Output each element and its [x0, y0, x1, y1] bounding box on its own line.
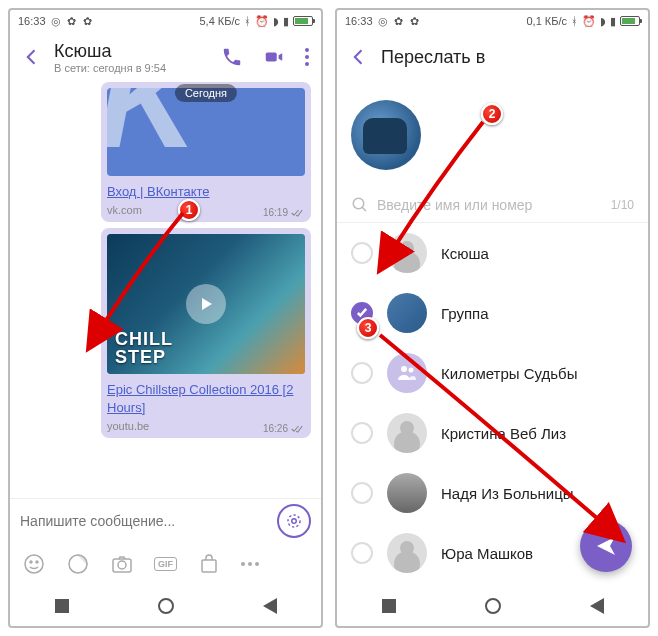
android-nav-bar [10, 586, 321, 626]
back-button[interactable] [263, 598, 277, 614]
svg-rect-9 [202, 560, 216, 572]
status-icon: ✿ [409, 15, 421, 27]
message-time: 16:26 [263, 423, 288, 434]
call-icon[interactable] [221, 46, 243, 68]
video-call-icon[interactable] [263, 46, 285, 68]
last-seen: В сети: сегодня в 9:54 [54, 62, 209, 74]
messages-area[interactable]: K Сегодня Вход | ВКонтакте vk.com 16:19 … [10, 82, 321, 498]
voice-message-button[interactable] [277, 504, 311, 538]
svg-point-1 [292, 518, 297, 523]
status-time: 16:33 [18, 15, 46, 27]
search-icon [351, 196, 369, 214]
sticker-icon[interactable] [66, 552, 90, 576]
contact-row[interactable]: Группа [337, 283, 648, 343]
android-nav-bar [337, 586, 648, 626]
contact-name-label: Надя Из Больницы [441, 485, 574, 502]
avatar [387, 233, 427, 273]
message-input-bar [10, 498, 321, 542]
battery-icon [620, 16, 640, 26]
status-time: 16:33 [345, 15, 373, 27]
message-input[interactable] [20, 513, 269, 529]
home-button[interactable] [485, 598, 501, 614]
contact-name[interactable]: Ксюша [54, 41, 209, 62]
contact-name-label: Километры Судьбы [441, 365, 577, 382]
bluetooth-icon: ᚼ [244, 15, 251, 27]
signal-icon: ▮ [283, 15, 289, 28]
alarm-icon: ⏰ [582, 15, 596, 28]
status-icon: ◎ [377, 15, 389, 27]
net-speed: 5,4 КБ/с [199, 15, 240, 27]
back-icon[interactable] [22, 47, 42, 67]
svg-rect-0 [266, 52, 277, 61]
wifi-icon: ◗ [273, 15, 279, 28]
message-bubble[interactable]: K Сегодня Вход | ВКонтакте vk.com 16:19 [101, 82, 311, 222]
status-bar: 16:33 ◎ ✿ ✿ 5,4 КБ/с ᚼ ⏰ ◗ ▮ [10, 10, 321, 32]
selection-count: 1/10 [611, 198, 634, 212]
read-check-icon [291, 424, 303, 434]
contact-row[interactable]: Надя Из Больницы [337, 463, 648, 523]
selected-preview-avatar[interactable] [351, 100, 421, 170]
contact-row[interactable]: Километры Судьбы [337, 343, 648, 403]
contact-name-label: Группа [441, 305, 489, 322]
read-check-icon [291, 208, 303, 218]
camera-icon[interactable] [110, 552, 134, 576]
svg-point-2 [288, 515, 300, 527]
play-icon[interactable] [186, 284, 226, 324]
chat-screen: 16:33 ◎ ✿ ✿ 5,4 КБ/с ᚼ ⏰ ◗ ▮ Ксюша В сет… [8, 8, 323, 628]
contact-checkbox[interactable] [351, 422, 373, 444]
avatar [387, 413, 427, 453]
message-link[interactable]: Epic Chillstep Collection 2016 [2 Hours] [107, 382, 293, 415]
bluetooth-icon: ᚼ [571, 15, 578, 27]
message-bubble[interactable]: CHILL STEP Epic Chillstep Collection 201… [101, 228, 311, 438]
search-placeholder: Введите имя или номер [377, 197, 532, 213]
svg-point-10 [353, 198, 364, 209]
annotation-marker: 2 [481, 103, 503, 125]
gif-button[interactable]: GIF [154, 557, 177, 571]
svg-point-11 [401, 366, 407, 372]
wifi-icon: ◗ [600, 15, 606, 28]
avatar [387, 533, 427, 573]
avatar [387, 473, 427, 513]
message-link[interactable]: Вход | ВКонтакте [107, 184, 210, 199]
back-button[interactable] [590, 598, 604, 614]
status-icon: ✿ [393, 15, 405, 27]
net-speed: 0,1 КБ/с [526, 15, 567, 27]
recents-button[interactable] [382, 599, 396, 613]
contact-checkbox[interactable] [351, 242, 373, 264]
avatar [387, 293, 427, 333]
svg-point-3 [25, 555, 43, 573]
forward-header: Переслать в [337, 32, 648, 82]
svg-point-8 [118, 561, 126, 569]
alarm-icon: ⏰ [255, 15, 269, 28]
video-preview[interactable]: CHILL STEP [107, 234, 305, 374]
status-bar: 16:33 ◎ ✿ ✿ 0,1 КБ/с ᚼ ⏰ ◗ ▮ [337, 10, 648, 32]
contact-checkbox[interactable] [351, 542, 373, 564]
status-icon: ◎ [50, 15, 62, 27]
contact-checkbox[interactable] [351, 482, 373, 504]
recents-button[interactable] [55, 599, 69, 613]
svg-point-4 [30, 561, 32, 563]
avatar [387, 353, 427, 393]
contact-checkbox[interactable] [351, 362, 373, 384]
forward-screen: 16:33 ◎ ✿ ✿ 0,1 КБ/с ᚼ ⏰ ◗ ▮ Переслать в… [335, 8, 650, 628]
contact-name-label: Юра Машков [441, 545, 533, 562]
contact-row[interactable]: Ксюша [337, 223, 648, 283]
home-button[interactable] [158, 598, 174, 614]
page-title: Переслать в [381, 47, 485, 68]
search-bar[interactable]: Введите имя или номер 1/10 [337, 188, 648, 223]
attachment-bar: GIF [10, 542, 321, 586]
back-icon[interactable] [349, 47, 369, 67]
battery-icon [293, 16, 313, 26]
smiley-icon[interactable] [22, 552, 46, 576]
contact-name-label: Кристина Веб Лиз [441, 425, 566, 442]
menu-icon[interactable] [305, 48, 309, 66]
date-pill: Сегодня [175, 84, 237, 102]
contact-row[interactable]: Кристина Веб Лиз [337, 403, 648, 463]
more-icon[interactable] [241, 562, 259, 566]
contact-checkbox[interactable] [351, 302, 373, 324]
send-forward-button[interactable] [580, 520, 632, 572]
send-icon [594, 534, 618, 558]
shop-icon[interactable] [197, 552, 221, 576]
contact-name-label: Ксюша [441, 245, 489, 262]
status-icon: ✿ [82, 15, 94, 27]
